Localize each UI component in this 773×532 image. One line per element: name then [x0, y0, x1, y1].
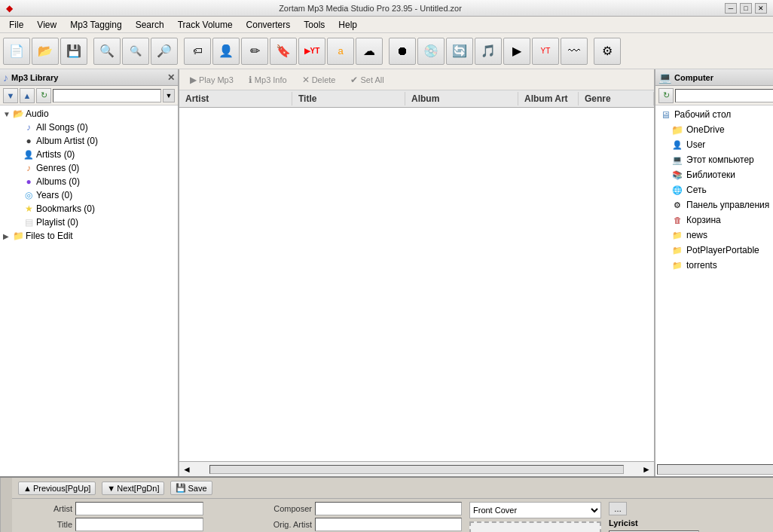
play-mp3-button[interactable]: ▶ Play Mp3	[185, 73, 238, 87]
cover-image-area[interactable]	[469, 521, 601, 532]
tb-play-button[interactable]: ▶	[503, 38, 530, 65]
set-all-button[interactable]: ✔ Set All	[346, 73, 388, 87]
cover-type-select[interactable]: Front Cover	[469, 502, 601, 518]
album-artist-icon: ●	[23, 135, 35, 147]
prev-button[interactable]: ▲ Previous[PgUp]	[18, 482, 96, 495]
tb-zoom-in-button[interactable]: 🔍	[122, 38, 149, 65]
computer-libraries[interactable]: 📚 Библиотеки	[657, 167, 773, 182]
all-songs-icon: ♪	[23, 121, 35, 133]
torrents-icon: 📁	[671, 259, 684, 271]
mp3-info-button[interactable]: ℹ Mp3 Info	[244, 73, 292, 87]
tb-youtube2-button[interactable]: YT	[532, 38, 559, 65]
menu-tools[interactable]: Tools	[298, 18, 331, 32]
close-button[interactable]: ✕	[755, 3, 767, 14]
composer-input[interactable]	[315, 502, 462, 515]
library-close-icon[interactable]: ✕	[167, 72, 175, 83]
more-button[interactable]: …	[609, 502, 627, 515]
tb-user-button[interactable]: 👤	[212, 38, 240, 65]
tb-tag-button[interactable]: 🔖	[270, 38, 297, 65]
computer-thispc[interactable]: 💻 Этот компьютер	[657, 152, 773, 167]
tb-id3-button[interactable]: 🏷	[184, 38, 211, 65]
tb-disk-button[interactable]: 💿	[417, 38, 445, 65]
computer-hscroll[interactable]	[657, 464, 773, 475]
menu-file[interactable]: File	[3, 18, 29, 32]
computer-network[interactable]: 🌐 Сеть	[657, 182, 773, 197]
tree-playlist[interactable]: ▤ Playlist (0)	[2, 216, 176, 229]
tree-audio-root[interactable]: ▼ 📂 Audio	[2, 107, 176, 121]
library-title: Mp3 Library	[11, 73, 58, 82]
tb-convert-button[interactable]: 🔄	[446, 38, 473, 65]
tb-settings-button[interactable]: ⚙	[594, 38, 621, 65]
library-search-dd[interactable]: ▼	[163, 89, 175, 102]
menu-help[interactable]: Help	[332, 18, 363, 32]
tree-expand-files[interactable]: ▶	[3, 232, 12, 240]
info-icon: ℹ	[249, 75, 252, 85]
tb-open-button[interactable]: 📂	[32, 38, 59, 65]
col-genre-header[interactable]: Genre	[579, 92, 654, 105]
tree-all-songs[interactable]: ♪ All Songs (0)	[2, 121, 176, 134]
delete-icon: ✕	[302, 75, 310, 85]
delete-button[interactable]: ✕ Delete	[298, 73, 341, 87]
computer-trash[interactable]: 🗑 Корзина	[657, 212, 773, 228]
col-art-header[interactable]: Album Art	[518, 92, 579, 105]
computer-toolbar: ↻ ▼	[655, 86, 773, 105]
computer-controlpanel[interactable]: ⚙ Панель управления	[657, 197, 773, 212]
lib-up-button[interactable]: ▲	[20, 88, 35, 103]
menu-mp3tagging[interactable]: Mp3 Tagging	[64, 18, 128, 32]
computer-news[interactable]: 📁 news	[657, 228, 773, 243]
tb-zoom-button[interactable]: 🔎	[151, 38, 178, 65]
tb-youtube-button[interactable]: ▶YT	[298, 38, 325, 65]
library-search-input[interactable]	[53, 89, 161, 102]
horizontal-scrollbar[interactable]	[209, 465, 624, 474]
maximize-button[interactable]: □	[740, 3, 752, 14]
next-button[interactable]: ▼ Next[PgDn]	[102, 482, 164, 495]
tree-genres[interactable]: ♪ Genres (0)	[2, 161, 176, 175]
menu-converters[interactable]: Converters	[240, 18, 297, 32]
tb-record-button[interactable]: ⏺	[389, 38, 416, 65]
tree-artists[interactable]: 👤 Artists (0)	[2, 148, 176, 161]
col-title-header[interactable]: Title	[292, 92, 405, 105]
menu-track-volume[interactable]: Track Volume	[172, 18, 239, 32]
tree-years[interactable]: ◎ Years (0)	[2, 188, 176, 202]
tb-amazon-button[interactable]: a	[327, 38, 354, 65]
computer-user[interactable]: 👤 User	[657, 137, 773, 152]
col-artist-header[interactable]: Artist	[179, 92, 292, 105]
tree-album-artist[interactable]: ● Album Artist (0)	[2, 134, 176, 148]
user-label: User	[686, 139, 705, 150]
artist-input[interactable]	[75, 502, 203, 515]
tree-albums[interactable]: ● Albums (0)	[2, 175, 176, 188]
computer-potplayer[interactable]: 📁 PotPlayerPortable	[657, 243, 773, 258]
tb-search-button[interactable]: 🔍	[93, 38, 121, 65]
tb-wave-button[interactable]: 〰	[561, 38, 588, 65]
tb-new-button[interactable]: 📄	[3, 38, 30, 65]
tb-edit-button[interactable]: ✏	[241, 38, 268, 65]
computer-path-input[interactable]	[675, 89, 773, 102]
artists-icon: 👤	[23, 148, 35, 161]
network-icon: 🌐	[671, 184, 684, 196]
menu-search[interactable]: Search	[130, 18, 170, 32]
origartist-input[interactable]	[315, 518, 462, 531]
computer-refresh-button[interactable]: ↻	[658, 88, 674, 103]
save-button[interactable]: 💾 Save	[170, 481, 212, 495]
title-input[interactable]	[75, 518, 203, 531]
lib-down-button[interactable]: ▼	[3, 88, 18, 103]
tb-note-button[interactable]: 🎵	[475, 38, 502, 65]
lyricist-title: Lyricist	[609, 518, 638, 527]
thispc-label: Этот компьютер	[686, 154, 754, 165]
tree-bookmarks[interactable]: ★ Bookmarks (0)	[2, 202, 176, 216]
library-toolbar: ▼ ▲ ↻ ▼	[0, 86, 178, 105]
computer-torrents[interactable]: 📁 torrents	[657, 258, 773, 273]
artist-field-row: Artist	[18, 502, 250, 515]
computer-desktop[interactable]: 🖥 Рабочий стол	[657, 107, 773, 122]
tb-save-button[interactable]: 💾	[60, 38, 87, 65]
computer-onedrive[interactable]: 📁 OneDrive	[657, 122, 773, 137]
tree-expand-audio[interactable]: ▼	[3, 110, 12, 118]
table-scrollbar[interactable]: ◄ ►	[179, 461, 654, 476]
lib-refresh-button[interactable]: ↻	[36, 88, 51, 103]
menu-view[interactable]: View	[31, 18, 63, 32]
col-album-header[interactable]: Album	[405, 92, 518, 105]
tree-files-to-edit[interactable]: ▶ 📁 Files to Edit	[2, 229, 176, 243]
title-field-row: Title	[18, 518, 250, 531]
tb-cloud-button[interactable]: ☁	[356, 38, 383, 65]
minimize-button[interactable]: ─	[725, 3, 737, 14]
